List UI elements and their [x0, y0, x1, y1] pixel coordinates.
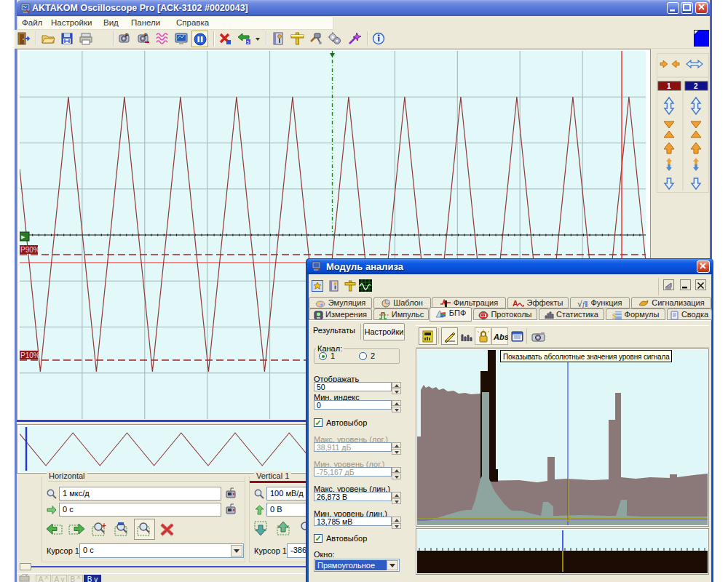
svg-text:A: A — [513, 299, 518, 308]
svg-text:+: + — [102, 522, 106, 530]
svg-text:Abs: Abs — [493, 332, 508, 341]
svg-text:▶: ▶ — [21, 234, 25, 239]
svg-text:P10%: P10% — [20, 351, 40, 359]
svg-text:1: 1 — [667, 82, 671, 90]
svg-text:P: P — [125, 33, 129, 38]
svg-text:P90%: P90% — [20, 246, 40, 254]
svg-text:$: $ — [612, 311, 617, 320]
svg-text:2: 2 — [694, 82, 698, 90]
svg-text:P: P — [144, 33, 148, 38]
svg-text:f: f — [582, 300, 585, 308]
svg-text:√: √ — [577, 299, 582, 308]
